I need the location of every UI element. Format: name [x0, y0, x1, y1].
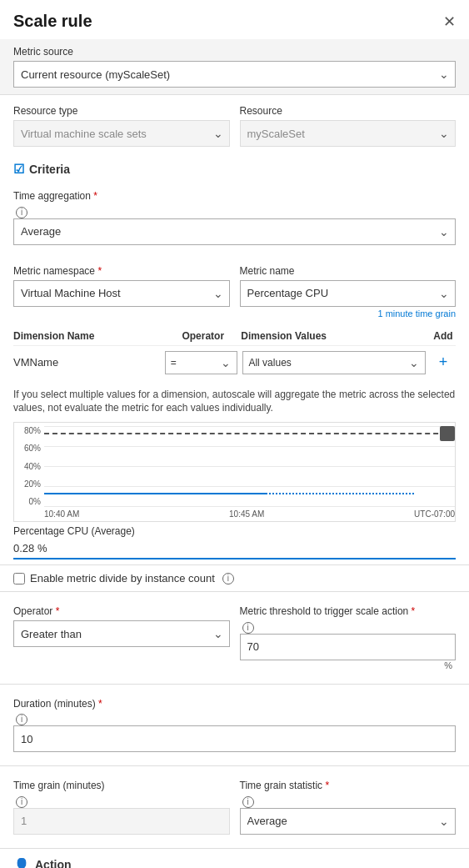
enable-metric-divide-checkbox[interactable] [13, 573, 25, 585]
resource-row: Resource type Virtual machine scale sets… [13, 105, 456, 147]
dim-col-values: Dimension Values [241, 330, 431, 342]
metric-name-select-wrapper: Percentage CPU [240, 280, 457, 307]
time-aggregation-select[interactable]: Average [13, 218, 456, 245]
time-grain-label: 1 minute time grain [13, 307, 456, 320]
time-aggregation-info-icon[interactable]: i [16, 207, 27, 218]
operator-threshold-row: Operator Greater than Metric threshold t… [13, 605, 456, 670]
metric-source-label: Metric source [13, 46, 456, 58]
chart-gridline-60 [44, 446, 455, 447]
time-grain-statistic-select-wrapper: Average [240, 808, 457, 835]
metric-name-label: Metric name [240, 265, 457, 277]
chart-area: 80% 60% 40% 20% 0% 10:40 AM 10:45 AM [13, 422, 456, 522]
chart-y-40: 40% [14, 462, 44, 471]
add-dimension-button[interactable]: + [439, 354, 448, 371]
chart-dotted-line [266, 493, 413, 494]
time-grain-minutes-info-icon[interactable]: i [16, 796, 27, 808]
metric-namespace-select-wrapper: Virtual Machine Host [13, 280, 230, 307]
action-title: Action [35, 858, 72, 868]
metric-namespace-label: Metric namespace [13, 265, 230, 277]
dim-values-select[interactable]: All values [242, 351, 426, 374]
dim-add-col: + [431, 354, 456, 371]
chart-x-utc: UTC-07:00 [414, 509, 455, 519]
enable-metric-divide-row: Enable metric divide by instance count i [0, 565, 469, 591]
dim-operator-select-wrapper: = [165, 351, 238, 374]
chart-y-0: 0% [14, 497, 44, 506]
time-grain-minutes-field: Time grain (minutes) i [13, 780, 230, 835]
metric-namespace-field: Metric namespace Virtual Machine Host [13, 265, 230, 307]
close-button[interactable]: ✕ [443, 14, 456, 29]
action-header: 👤 Action [0, 849, 469, 868]
dimension-row: VMName = All values + [13, 346, 456, 379]
enable-metric-divide-info-icon[interactable]: i [222, 573, 234, 585]
chart-y-labels: 80% 60% 40% 20% 0% [14, 423, 44, 521]
chart-x-labels: 10:40 AM 10:45 AM UTC-07:00 [44, 506, 455, 521]
operator-select[interactable]: Greater than [13, 620, 230, 647]
metric-value-input[interactable] [13, 539, 456, 559]
dimension-section: Dimension Name Operator Dimension Values… [0, 327, 469, 383]
metric-source-select[interactable]: Current resource (myScaleSet) [13, 61, 456, 88]
duration-input[interactable] [13, 725, 456, 752]
chart-x-1040: 10:40 AM [44, 509, 79, 519]
metric-namespace-select[interactable]: Virtual Machine Host [13, 280, 230, 307]
duration-info-icon[interactable]: i [16, 714, 27, 725]
criteria-icon: ☑ [13, 162, 24, 177]
chart-y-80: 80% [14, 426, 44, 435]
chart-y-60: 60% [14, 444, 44, 453]
metric-name-select[interactable]: Percentage CPU [240, 280, 457, 307]
resource-type-select-wrapper: Virtual machine scale sets [13, 120, 230, 147]
metric-threshold-field: Metric threshold to trigger scale action… [240, 605, 457, 670]
dim-operator-select[interactable]: = [165, 351, 238, 374]
dimension-header: Dimension Name Operator Dimension Values… [13, 327, 456, 346]
resource-type-select[interactable]: Virtual machine scale sets [13, 120, 230, 147]
metric-source-select-wrapper: Current resource (myScaleSet) [13, 61, 456, 88]
duration-section: Duration (minutes) i [0, 691, 469, 760]
dim-values-field: All values [242, 351, 426, 374]
time-aggregation-section: Time aggregation i Average [0, 183, 469, 252]
operator-field: Operator Greater than [13, 605, 230, 670]
metric-value-section: Percentage CPU (Average) [0, 522, 469, 564]
chart-y-20: 20% [14, 479, 44, 489]
metric-value-label: Percentage CPU (Average) [13, 525, 456, 537]
chart-thumb[interactable] [440, 426, 455, 441]
time-grain-row: Time grain (minutes) i Time grain statis… [13, 780, 456, 835]
metric-namespace-section: Metric namespace Virtual Machine Host Me… [0, 258, 469, 327]
metric-threshold-unit: % [240, 660, 457, 670]
criteria-title: Criteria [29, 163, 70, 176]
time-grain-section: Time grain (minutes) i Time grain statis… [0, 773, 469, 841]
dimension-notice: If you select multiple values for a dime… [0, 383, 469, 423]
scale-rule-panel: Scale rule ✕ Metric source Current resou… [0, 0, 469, 868]
operator-label: Operator [13, 605, 230, 617]
metric-row: Metric namespace Virtual Machine Host Me… [13, 265, 456, 307]
enable-metric-divide-label: Enable metric divide by instance count [30, 572, 215, 585]
resource-select-wrapper: myScaleSet [240, 120, 457, 147]
resource-label: Resource [240, 105, 457, 117]
resource-select[interactable]: myScaleSet [240, 120, 457, 147]
time-aggregation-label: Time aggregation [13, 190, 456, 202]
dim-operator-field: = [165, 351, 238, 374]
dim-name-vmname: VMName [13, 356, 160, 369]
dim-col-name: Dimension Name [13, 330, 165, 342]
chart-inner [44, 426, 455, 506]
dim-values-select-wrapper: All values [242, 351, 426, 374]
time-grain-statistic-field: Time grain statistic i Average [240, 780, 457, 835]
operator-threshold-section: Operator Greater than Metric threshold t… [0, 599, 469, 677]
action-icon: 👤 [13, 857, 30, 868]
resource-section: Resource type Virtual machine scale sets… [0, 98, 469, 153]
time-grain-statistic-info-icon[interactable]: i [242, 796, 254, 808]
metric-name-field: Metric name Percentage CPU [240, 265, 457, 307]
criteria-header: ☑ Criteria [0, 153, 469, 180]
resource-field: Resource myScaleSet [240, 105, 457, 147]
chart-gridline-20 [44, 486, 455, 487]
metric-source-section: Metric source Current resource (myScaleS… [0, 39, 469, 94]
resource-type-label: Resource type [13, 105, 230, 117]
metric-threshold-input[interactable] [240, 634, 457, 660]
time-aggregation-select-wrapper: Average [13, 218, 456, 245]
time-grain-statistic-select[interactable]: Average [240, 808, 457, 835]
metric-threshold-info-icon[interactable]: i [242, 622, 254, 634]
chart-x-1045: 10:45 AM [229, 509, 264, 519]
chart-threshold-line [44, 433, 455, 434]
metric-threshold-label: Metric threshold to trigger scale action [240, 605, 457, 617]
chart-gridline-80 [44, 426, 455, 427]
chart-gridline-40 [44, 466, 455, 467]
panel-title: Scale rule [13, 12, 92, 31]
